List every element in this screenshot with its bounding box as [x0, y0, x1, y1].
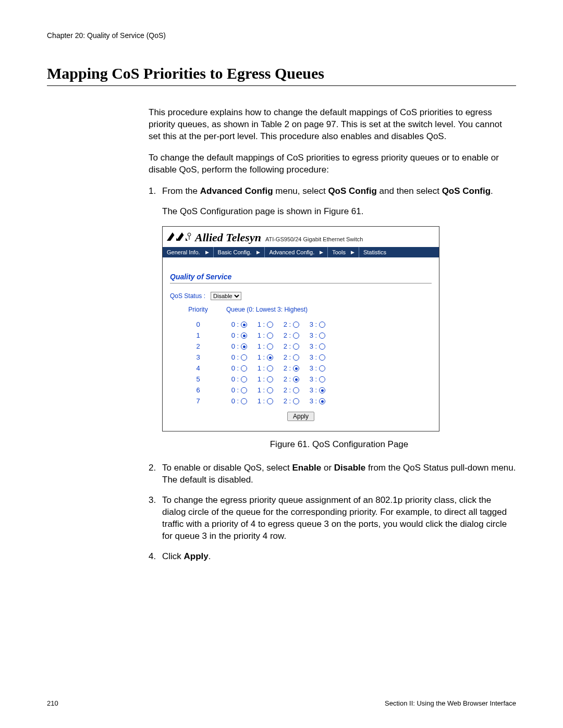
queue-label: 1 :	[258, 364, 265, 373]
queue-label: 0 :	[231, 375, 239, 384]
page-title: Mapping CoS Priorities to Egress Queues	[47, 65, 516, 86]
priority-row: 00 :1 :2 :3 :	[170, 319, 432, 330]
col-header-priority: Priority	[170, 305, 226, 314]
queue-radio[interactable]	[267, 387, 273, 393]
queue-radio[interactable]	[319, 365, 325, 372]
queue-label: 0 :	[231, 386, 239, 395]
priority-value: 7	[170, 397, 226, 406]
priority-row: 60 :1 :2 :3 :	[170, 385, 432, 396]
priority-row: 40 :1 :2 :3 :	[170, 363, 432, 374]
queue-radio[interactable]	[293, 354, 299, 361]
step-2-text: To enable or disable QoS, select	[162, 463, 292, 473]
queue-cell: 2 :	[278, 375, 304, 384]
queue-label: 3 :	[310, 320, 317, 329]
page-number: 210	[47, 699, 58, 707]
queue-radio[interactable]	[267, 365, 273, 372]
step-2-bold-1: Enable	[292, 463, 321, 473]
queue-radio[interactable]	[267, 343, 273, 350]
qos-module-title: Quality of Service	[170, 272, 432, 283]
svg-point-4	[188, 233, 191, 236]
step-1-bold-1: Advanced Config	[200, 186, 273, 196]
queue-label: 1 :	[258, 353, 265, 362]
queue-cell: 0 :	[226, 331, 252, 340]
figure-61: Allied Telesyn ATI-GS950/24 Gigabit Ethe…	[162, 226, 516, 432]
step-2: 2. To enable or disable QoS, select Enab…	[149, 462, 516, 486]
queue-label: 0 :	[231, 353, 239, 362]
qos-status-select[interactable]: Disable	[211, 292, 241, 300]
queue-radio[interactable]	[241, 343, 247, 350]
nav-advanced-config[interactable]: Advanced Config.▶	[265, 247, 328, 257]
step-4-bold: Apply	[184, 551, 209, 561]
queue-radio[interactable]	[293, 343, 299, 350]
queue-radio[interactable]	[319, 387, 325, 393]
nav-basic-config[interactable]: Basic Config.▶	[214, 247, 265, 257]
figure-caption: Figure 61. QoS Configuration Page	[162, 439, 516, 451]
queue-radio[interactable]	[319, 398, 325, 404]
queue-cell: 2 :	[278, 364, 304, 373]
queue-radio[interactable]	[241, 322, 247, 328]
queue-cell: 1 :	[252, 375, 278, 384]
step-1: 1. From the Advanced Config menu, select…	[149, 186, 516, 198]
queue-radio[interactable]	[267, 354, 273, 361]
queue-radio[interactable]	[267, 332, 273, 339]
nav-general-info[interactable]: General Info.▶	[163, 247, 214, 257]
step-4-text: Click	[162, 551, 184, 561]
queue-radio[interactable]	[241, 398, 247, 404]
queue-radio[interactable]	[241, 387, 247, 393]
queue-cell: 2 :	[278, 386, 304, 395]
step-1-text: menu, select	[273, 186, 328, 196]
nav-label: Tools	[332, 249, 346, 256]
queue-label: 1 :	[258, 342, 265, 351]
priority-row: 50 :1 :2 :3 :	[170, 374, 432, 385]
queue-label: 2 :	[284, 342, 291, 351]
queue-radio[interactable]	[319, 343, 325, 350]
step-number: 2.	[149, 462, 162, 486]
queue-radio[interactable]	[267, 398, 273, 404]
queue-radio[interactable]	[293, 387, 299, 393]
queue-cell: 0 :	[226, 353, 252, 362]
queue-radio[interactable]	[267, 376, 273, 382]
chevron-right-icon: ▶	[205, 249, 209, 255]
nav-statistics[interactable]: Statistics	[359, 247, 439, 257]
queue-label: 1 :	[258, 397, 265, 406]
queue-radio[interactable]	[241, 365, 247, 372]
step-1-bold-2: QoS Config	[328, 186, 376, 196]
queue-radio[interactable]	[241, 354, 247, 361]
priority-row: 10 :1 :2 :3 :	[170, 330, 432, 341]
queue-label: 2 :	[284, 397, 291, 406]
queue-radio[interactable]	[241, 376, 247, 382]
step-4: 4. Click Apply.	[149, 551, 516, 563]
nav-label: Advanced Config.	[269, 249, 314, 256]
queue-cell: 2 :	[278, 320, 304, 329]
queue-radio[interactable]	[241, 332, 247, 339]
chapter-header: Chapter 20: Quality of Service (QoS)	[47, 31, 516, 40]
queue-cell: 1 :	[252, 342, 278, 351]
queue-cell: 3 :	[304, 397, 331, 406]
queue-radio[interactable]	[319, 322, 325, 328]
queue-radio[interactable]	[319, 354, 325, 361]
queue-radio[interactable]	[293, 332, 299, 339]
priority-value: 2	[170, 342, 226, 351]
section-label: Section II: Using the Web Browser Interf…	[385, 699, 516, 707]
queue-radio[interactable]	[293, 365, 299, 372]
queue-radio[interactable]	[319, 332, 325, 339]
step-1-bold-3: QoS Config	[442, 186, 491, 196]
queue-label: 2 :	[284, 364, 291, 373]
queue-radio[interactable]	[267, 322, 273, 328]
step-1-subtext: The QoS Configuration page is shown in F…	[162, 206, 516, 218]
queue-label: 0 :	[231, 364, 239, 373]
queue-label: 1 :	[258, 375, 265, 384]
queue-cell: 0 :	[226, 364, 252, 373]
nav-tools[interactable]: Tools▶	[328, 247, 359, 257]
queue-cell: 0 :	[226, 320, 252, 329]
queue-radio[interactable]	[319, 376, 325, 382]
apply-button[interactable]: Apply	[287, 412, 314, 421]
priority-value: 0	[170, 320, 226, 329]
step-4-text: .	[209, 551, 211, 561]
queue-cell: 0 :	[226, 386, 252, 395]
queue-radio[interactable]	[293, 398, 299, 404]
queue-cell: 2 :	[278, 331, 304, 340]
queue-radio[interactable]	[293, 376, 299, 382]
priority-value: 4	[170, 364, 226, 373]
queue-radio[interactable]	[293, 322, 299, 328]
